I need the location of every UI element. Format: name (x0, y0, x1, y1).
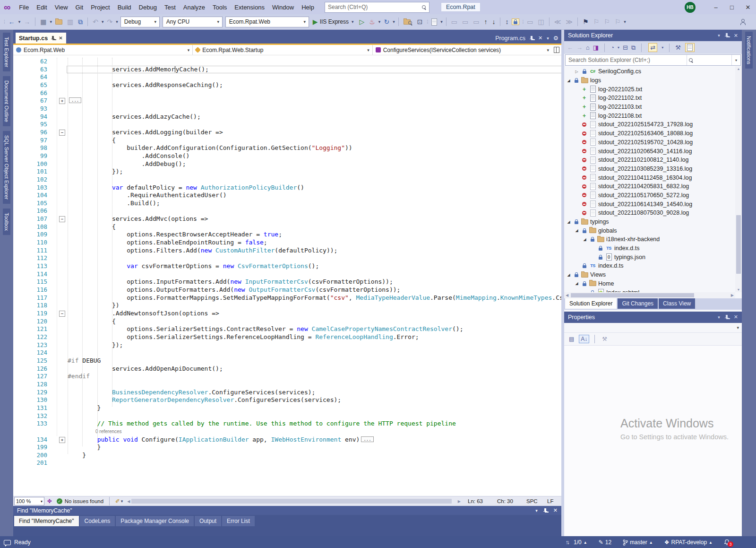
type-dropdown[interactable]: Ecom.Rpat.Web.Startup ▾ (193, 45, 372, 55)
forward-icon[interactable]: → (576, 44, 583, 51)
comment-selection-button[interactable]: ▭ (460, 17, 470, 26)
issues-label[interactable]: No issues found (65, 498, 103, 504)
start-debugging-button[interactable]: ▶ IIS Express ▾ (311, 17, 357, 26)
restart-button[interactable]: ↻ (382, 17, 391, 26)
increase-indent-button[interactable]: ≫ (564, 17, 575, 26)
fold-margin[interactable]: + (47, 436, 68, 444)
clear-bookmarks-button[interactable]: ⚐ (613, 17, 623, 26)
tab-startup-cs[interactable]: Startup.cs ✕ (16, 33, 66, 43)
tree-item[interactable]: stdout_20221103085239_13316.log (564, 165, 742, 174)
next-bookmark-button[interactable]: ⚐ (602, 17, 612, 26)
chevron-down-icon[interactable]: ▾ (378, 19, 381, 24)
code-line[interactable]: 95 (13, 121, 561, 129)
collapsed-arrow-icon[interactable]: ▷ (574, 70, 579, 74)
code-line[interactable]: 94 services.AddLazyCache(); (13, 113, 561, 121)
fold-margin[interactable]: − (47, 310, 68, 318)
code-line[interactable]: 122 options.SerializerSettings.Reference… (13, 333, 561, 341)
start-without-debugging-button[interactable]: ▷ (358, 17, 367, 26)
expanded-arrow-icon[interactable]: ◢ (582, 237, 587, 242)
code-line[interactable]: 111 options.Filters.Add(new CustomAuthFi… (13, 247, 561, 255)
scrollbar-thumb[interactable] (736, 215, 741, 274)
panel-tab-class-view[interactable]: Class View (659, 298, 695, 309)
tree-item[interactable]: stdout_20221105170650_5272.log (564, 191, 742, 200)
tree-item[interactable]: ◢logs (564, 76, 742, 85)
menu-project[interactable]: Project (87, 2, 113, 12)
sidebar-tab-document-outline[interactable]: Document Outline (3, 76, 10, 126)
menu-analyze[interactable]: Analyze (180, 2, 209, 12)
find-results-titlebar[interactable]: Find "IMemoryCache" ▾ ✕ (13, 506, 561, 515)
bottom-tab-output[interactable]: Output (195, 516, 221, 526)
code-line[interactable]: 201 (13, 459, 561, 467)
pin-icon[interactable] (530, 36, 534, 41)
expanded-arrow-icon[interactable]: ◢ (566, 78, 571, 83)
user-avatar[interactable]: HB (685, 2, 696, 13)
uncomment-selection-button[interactable]: ▭ (471, 17, 481, 26)
search-input[interactable]: Search (Ctrl+Q) (325, 2, 430, 13)
codelens-references[interactable]: 0 references (13, 428, 561, 436)
tree-item[interactable]: +log-20221108.txt (564, 111, 742, 120)
tree-item[interactable]: +log-20221103.txt (564, 103, 742, 112)
sync-with-active-document-button[interactable]: ⇄ (648, 43, 657, 52)
collapsed-region-box[interactable]: ... (361, 436, 373, 442)
tree-item[interactable]: TSindex.d.ts (564, 244, 742, 253)
tree-item[interactable]: ◢typings (564, 217, 742, 226)
chevron-down-icon[interactable]: ▾ (50, 19, 52, 24)
close-icon[interactable]: ✕ (59, 35, 62, 41)
expand-region-icon[interactable]: + (59, 98, 65, 104)
pending-changes-filter-icon[interactable]: ◔ (610, 44, 614, 51)
code-line[interactable]: 134+ public void Configure(IApplicationB… (13, 436, 561, 444)
code-line[interactable]: 109 options.RespectBrowserAcceptHeader =… (13, 231, 561, 239)
close-icon[interactable]: ✕ (553, 507, 558, 513)
properties-object-dropdown[interactable]: ▾ (564, 323, 742, 333)
code-line[interactable]: 105 .Build(); (13, 200, 561, 208)
code-line[interactable]: 108 { (13, 223, 561, 231)
code-line[interactable]: 131 } (13, 404, 561, 412)
code-line[interactable]: 106 (13, 207, 561, 215)
expanded-arrow-icon[interactable]: ◢ (566, 220, 571, 224)
tree-item[interactable]: +log-20221025.txt (564, 85, 742, 94)
code-line[interactable]: 121 options.SerializerSettings.ContractR… (13, 325, 561, 333)
code-line[interactable]: 98 builder.AddConfiguration(Configuratio… (13, 144, 561, 152)
panel-tab-solution-explorer[interactable]: Solution Explorer (565, 298, 617, 309)
code-line[interactable]: 110 options.EnableEndpointRouting = fals… (13, 239, 561, 247)
project-dropdown[interactable]: Ecom.Rpat.Web ▾ (13, 45, 193, 55)
editor-horizontal-scrollbar[interactable]: ◀ ▶ (126, 499, 462, 504)
collapse-region-icon[interactable]: − (59, 311, 65, 317)
menu-edit[interactable]: Edit (33, 2, 51, 12)
pin-icon[interactable] (725, 33, 729, 38)
tree-item[interactable]: stdout_20221102065430_14116.log (564, 147, 742, 156)
code-line[interactable]: 93 (13, 105, 561, 113)
bottom-tab-package-manager-console[interactable]: Package Manager Console (116, 516, 194, 526)
chevron-down-icon[interactable]: ▾ (393, 19, 395, 24)
tree-item[interactable]: ◢Views (564, 270, 742, 279)
bottom-tab-codelens[interactable]: CodeLens (80, 516, 115, 526)
menu-file[interactable]: File (15, 2, 33, 12)
preview-selected-items-button[interactable] (685, 43, 695, 52)
menu-debug[interactable]: Debug (135, 2, 161, 12)
save-button[interactable]: ▥ (65, 17, 75, 26)
panel-tab-git-changes[interactable]: Git Changes (618, 298, 658, 309)
sidebar-tab-sql-server-object-explorer[interactable]: SQL Server Object Explorer (3, 131, 10, 204)
zoom-dropdown[interactable]: 100 %▾ (14, 497, 44, 505)
startup-project-dropdown[interactable]: Ecom.Rpat.Web▾ (225, 17, 309, 27)
chevron-down-icon[interactable]: ▾ (618, 45, 619, 50)
property-pages-wrench-icon[interactable]: ⚒ (600, 335, 609, 343)
solution-name-badge[interactable]: Ecom.Rpat (441, 2, 481, 12)
code-line[interactable]: 65 services.AddResponseCaching(); (13, 81, 561, 89)
code-line[interactable]: 99 .AddConsole() (13, 152, 561, 160)
save-all-button[interactable]: ⧉ (76, 17, 85, 26)
menu-tools[interactable]: Tools (209, 2, 231, 12)
code-line[interactable]: 125#if DEBUG (13, 357, 561, 365)
code-line[interactable]: 66 (13, 89, 561, 97)
code-line[interactable]: 128 (13, 381, 561, 389)
repository-status[interactable]: ❖ RPAT-develop ▲ (664, 539, 713, 546)
pin-icon[interactable] (51, 36, 55, 41)
document-health-icon[interactable]: ✤ (47, 498, 52, 505)
parameter-info-button[interactable]: ◫ (536, 17, 546, 26)
menu-git[interactable]: Git (72, 2, 87, 12)
tab-program-cs[interactable]: Program.cs (495, 35, 525, 42)
member-dropdown[interactable]: ConfigureServices(IServiceCollection ser… (373, 45, 552, 55)
code-line[interactable]: 130 ReportGeneratorDependencyResolver.Co… (13, 396, 561, 404)
new-project-button[interactable]: ▦ (38, 17, 48, 26)
alphabetical-sort-button[interactable]: A↓ (579, 335, 589, 343)
